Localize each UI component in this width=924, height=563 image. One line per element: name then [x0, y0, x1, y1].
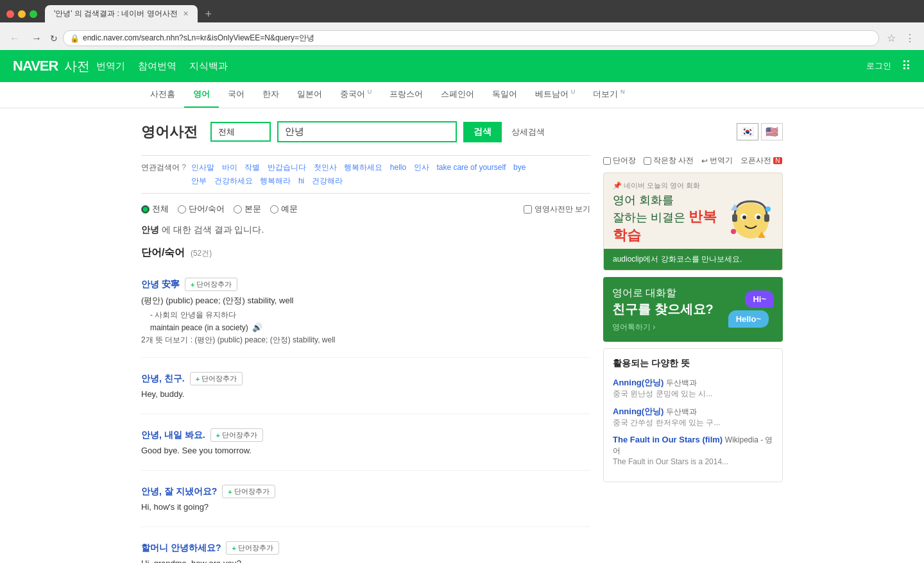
ad1-text: 영어 회화를 잘하는 비결은 반복학습 [613, 193, 728, 245]
search-query: 안녕 [141, 224, 159, 235]
tool-wordbook[interactable]: 단어장 [603, 155, 636, 166]
wordbook-label: 단어장 [613, 155, 636, 166]
naver-logo-dict: 사전 [64, 58, 90, 75]
word-link-3[interactable]: 안녕, 내일 봐요. [141, 430, 205, 441]
eng-only-checkbox[interactable] [524, 205, 532, 214]
header-right: 로그인 ⠿ [866, 58, 911, 74]
meaning-item-1: Anning(안닝) 두산백과 중국 윈난성 쿤밍에 있는 시... [613, 377, 773, 399]
related-links: 인사말 바이 작별 반갑습니다 첫인사 행복하세요 hello 인사 take … [191, 162, 590, 187]
related-anbu[interactable]: 안부 [191, 176, 207, 185]
more-meanings-1: 2개 뜻 더보기 : (평안) (public) peace; (안정) sta… [141, 335, 590, 346]
search-input[interactable] [277, 121, 457, 142]
related-haengbokhaera[interactable]: 행복해라 [260, 176, 291, 185]
add-word-btn-1[interactable]: 단어장추가 [185, 278, 237, 291]
dict-nav: 사전홈 영어 국어 한자 일본어 중국어 U 프랑스어 스페인어 독일어 베트남… [0, 82, 924, 108]
add-word-btn-4[interactable]: 단어장추가 [222, 485, 275, 498]
meaning-link-2[interactable]: Anning(안닝) [613, 407, 663, 416]
ad2-sub[interactable]: 영어톡하기 › [612, 322, 714, 333]
tab-sajeonhome[interactable]: 사전홈 [141, 82, 184, 108]
word-link-5[interactable]: 할머니 안녕하세요? [141, 542, 221, 554]
nav-translator[interactable]: 번역기 [96, 60, 125, 72]
eng-only-label: 영영사전만 보기 [535, 204, 590, 215]
related-hi[interactable]: hi [298, 176, 304, 185]
sound-icon-1[interactable]: 🔊 [252, 323, 262, 332]
svg-point-3 [742, 215, 746, 219]
maximize-window-btn[interactable] [30, 10, 37, 18]
browser-chrome: '안녕' 의 검색결과 : 네이버 영어사전 ✕ + [0, 0, 924, 22]
search-scope-select[interactable]: 전체 단어/숙어 본문 예문 [210, 122, 271, 142]
filter-text[interactable]: 본문 [234, 203, 261, 215]
search-button[interactable]: 검색 [463, 122, 502, 142]
tab-french[interactable]: 프랑스어 [381, 82, 432, 108]
nav-community-translate[interactable]: 참여번역 [138, 60, 176, 72]
tab-hanja[interactable]: 한자 [253, 82, 288, 108]
add-word-btn-5[interactable]: 단어장추가 [226, 541, 278, 555]
tool-open-dict[interactable]: 오픈사전 N [740, 155, 782, 166]
tab-chinese[interactable]: 중국어 U [331, 82, 381, 108]
related-bangabnida[interactable]: 반갑습니다 [268, 163, 306, 172]
nav-knowledge[interactable]: 지식백과 [189, 60, 228, 72]
tool-translator[interactable]: ↩ 번역기 [701, 155, 733, 166]
related-bai[interactable]: 바이 [222, 163, 237, 172]
korean-flag-btn[interactable]: 🇰🇷 [737, 123, 758, 140]
minimize-window-btn[interactable] [18, 10, 26, 18]
extensions-btn[interactable]: ⋮ [902, 31, 918, 46]
close-window-btn[interactable] [6, 10, 14, 18]
add-word-btn-2[interactable]: 단어장추가 [190, 372, 243, 385]
filter-example[interactable]: 예문 [270, 203, 298, 215]
tab-more[interactable]: 더보기 N [584, 82, 633, 108]
word-link-2[interactable]: 안녕, 친구. [141, 373, 185, 385]
ad1-footer[interactable]: audioclip에서 강화코스를 만나보세요. [604, 249, 782, 270]
content-layout: 연관검색어 ? 인사말 바이 작별 반갑습니다 첫인사 행복하세요 hello … [141, 155, 783, 563]
address-bar[interactable]: 🔒 endic.naver.com/search.nhn?sLn=kr&isOn… [63, 30, 879, 46]
related-geongang[interactable]: 건강하세요 [214, 176, 253, 185]
meaning-link-3[interactable]: The Fault in Our Stars (film) [613, 435, 723, 444]
back-btn[interactable]: ← [6, 31, 23, 46]
active-tab[interactable]: '안녕' 의 검색결과 : 네이버 영어사전 ✕ [45, 5, 198, 22]
search-title: 영어사전 [141, 122, 198, 142]
tab-japanese[interactable]: 일본어 [288, 82, 331, 108]
word-link-4[interactable]: 안녕, 잘 지냈어요? [141, 486, 217, 498]
word-header-2: 안녕, 친구. 단어장추가 [141, 372, 590, 385]
tab-korean[interactable]: 국어 [219, 82, 253, 108]
word-example-1: 사회의 안녕을 유지하다 [150, 310, 590, 321]
word-link-1[interactable]: 안녕 安寧 [141, 279, 180, 290]
wordbook-checkbox[interactable] [603, 157, 611, 165]
flag-buttons: 🇰🇷 🇺🇸 [737, 123, 783, 140]
reload-btn[interactable]: ↻ [50, 33, 58, 44]
translator-label: 번역기 [710, 155, 733, 166]
tool-mini-dict[interactable]: 작은창 사전 [644, 155, 694, 166]
tab-vietnamese[interactable]: 베트남어 U [526, 82, 584, 108]
meaning-link-1[interactable]: Anning(안닝) [613, 378, 663, 387]
related-insa[interactable]: 인사 [414, 163, 429, 172]
related-row-2: 안부 건강하세요 행복해라 hi 건강해라 [191, 176, 590, 187]
related-cheotin[interactable]: 첫인사 [314, 163, 337, 172]
login-btn[interactable]: 로그인 [866, 60, 891, 72]
word-count: (52건) [191, 249, 212, 258]
english-flag-btn[interactable]: 🇺🇸 [761, 123, 783, 140]
related-jakbyeol[interactable]: 작별 [244, 163, 260, 172]
tab-close-btn[interactable]: ✕ [183, 10, 189, 18]
tab-german[interactable]: 독일어 [483, 82, 526, 108]
tab-spanish[interactable]: 스페인어 [432, 82, 483, 108]
related-insaral[interactable]: 인사말 [191, 163, 214, 172]
ad-banner-2[interactable]: 영어로 대화할 친구를 찾으세요? 영어톡하기 › Hi~ Hello~ [603, 277, 783, 342]
related-help[interactable]: ? [182, 163, 186, 172]
word-header-1: 안녕 安寧 단어장추가 [141, 278, 590, 291]
advanced-search-btn[interactable]: 상세검색 [511, 126, 545, 138]
related-takecare[interactable]: take care of yourself [436, 163, 506, 172]
related-haengbok[interactable]: 행복하세요 [344, 163, 382, 172]
related-hello[interactable]: hello [390, 163, 406, 172]
filter-all[interactable]: 전체 [141, 203, 169, 215]
forward-btn[interactable]: → [28, 31, 45, 46]
new-tab-btn[interactable]: + [201, 6, 216, 22]
tab-english[interactable]: 영어 [184, 82, 219, 108]
related-bye[interactable]: bye [513, 163, 526, 172]
related-geonkanghaera[interactable]: 건강해라 [312, 176, 343, 185]
grid-menu-icon[interactable]: ⠿ [902, 58, 911, 74]
result-summary: 안녕 에 대한 검색 결과 입니다. [141, 224, 590, 236]
filter-word[interactable]: 단어/숙어 [178, 203, 225, 215]
mini-dict-checkbox[interactable] [644, 157, 651, 165]
add-word-btn-3[interactable]: 단어장추가 [210, 428, 263, 442]
bookmark-btn[interactable]: ☆ [884, 31, 898, 46]
